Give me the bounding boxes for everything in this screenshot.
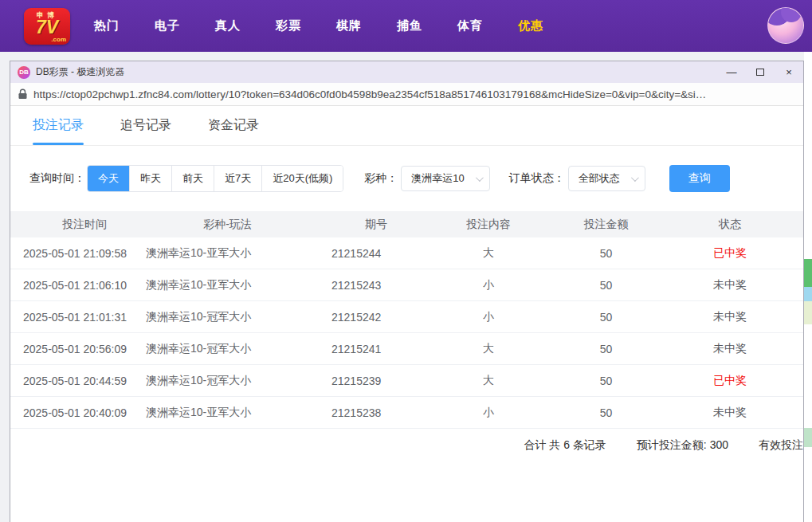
- bet-amount: 50: [556, 279, 656, 292]
- bet-content: 大: [421, 342, 556, 356]
- time-option-today[interactable]: 今天: [88, 166, 129, 191]
- summary-total-records: 合计 共 6 条记录: [524, 438, 606, 453]
- nav-item-sports[interactable]: 体育: [457, 18, 483, 33]
- bet-amount: 50: [556, 343, 656, 355]
- nav-item-chess[interactable]: 棋牌: [336, 18, 362, 33]
- window-titlebar: DB DB彩票 - 极速浏览器 — ×: [10, 61, 803, 83]
- nav-item-electronic[interactable]: 电子: [155, 18, 180, 33]
- issue-number: 21215239: [309, 375, 421, 387]
- header-game-play: 彩种-玩法: [146, 218, 309, 232]
- lock-icon: [18, 88, 27, 100]
- tab-chase-records[interactable]: 追号记录: [120, 106, 171, 145]
- game-play: 澳洲幸运10-冠军大小: [146, 310, 309, 324]
- tab-bet-records[interactable]: 投注记录: [33, 106, 84, 145]
- bet-time: 2025-05-01 20:56:09: [10, 343, 146, 355]
- summary-bar: 合计 共 6 条记录 预计投注金额: 300 有效投注金: [10, 429, 803, 462]
- bet-time: 2025-05-01 20:44:59: [10, 375, 146, 387]
- table-row: 2025-05-01 21:06:10 澳洲幸运10-亚军大小 21215243…: [10, 269, 803, 301]
- bet-amount: 50: [556, 247, 656, 260]
- maximize-icon: [756, 69, 764, 76]
- nav-item-fishing[interactable]: 捕鱼: [397, 18, 422, 33]
- game-play: 澳洲幸运10-亚军大小: [146, 406, 309, 420]
- issue-number: 21215242: [309, 311, 421, 324]
- url-text: https://ctop02pchwp1.zfnc84.com/lottery/…: [33, 88, 706, 100]
- time-option-7days[interactable]: 近7天: [214, 166, 261, 191]
- search-button[interactable]: 查询: [669, 165, 730, 192]
- query-time-label: 查询时间：: [29, 171, 85, 186]
- nav-item-live[interactable]: 真人: [215, 18, 241, 33]
- bet-content: 小: [421, 310, 556, 324]
- time-option-20days[interactable]: 近20天(低频): [261, 166, 343, 191]
- time-range-group: 今天 昨天 前天 近7天 近20天(低频): [87, 165, 343, 192]
- time-option-day-before[interactable]: 前天: [171, 166, 214, 191]
- table-row: 2025-05-01 20:40:09 澳洲幸运10-亚军大小 21215238…: [10, 397, 803, 429]
- issue-number: 21215244: [309, 247, 421, 260]
- browser-window: DB DB彩票 - 极速浏览器 — × https://ctop02pchwp1…: [10, 61, 804, 522]
- game-play: 澳洲幸运10-冠军大小: [146, 342, 309, 356]
- issue-number: 21215238: [309, 406, 421, 419]
- top-nav-bar: 申博 7V .com 热门 电子 真人 彩票 棋牌 捕鱼 体育 优惠: [0, 0, 812, 52]
- header-issue: 期号: [309, 218, 421, 232]
- bet-time: 2025-05-01 20:40:09: [10, 406, 146, 419]
- order-status-select[interactable]: 全部状态: [568, 166, 645, 191]
- table-row: 2025-05-01 21:09:58 澳洲幸运10-亚军大小 21215244…: [10, 237, 803, 269]
- bet-time: 2025-05-01 21:06:10: [10, 279, 146, 292]
- brand-logo-main-text: 7V: [24, 17, 70, 38]
- lottery-type-value: 澳洲幸运10: [411, 171, 464, 186]
- status-badge: 未中奖: [656, 278, 803, 292]
- issue-number: 21215243: [309, 279, 421, 292]
- page-content: 投注记录 追号记录 资金记录 查询时间： 今天 昨天 前天 近7天 近20天(低…: [10, 106, 803, 522]
- minimize-button[interactable]: —: [717, 61, 746, 83]
- game-play: 澳洲幸运10-亚军大小: [146, 246, 309, 261]
- site-favicon-icon: DB: [18, 66, 30, 79]
- close-button[interactable]: ×: [775, 61, 803, 83]
- status-badge: 未中奖: [656, 406, 803, 420]
- bet-amount: 50: [556, 406, 656, 419]
- status-badge: 未中奖: [656, 342, 803, 356]
- summary-valid-amount: 有效投注金: [759, 438, 803, 453]
- bet-amount: 50: [556, 311, 656, 324]
- nav-item-lottery[interactable]: 彩票: [276, 18, 301, 33]
- address-bar[interactable]: https://ctop02pchwp1.zfnc84.com/lottery/…: [10, 83, 803, 106]
- nav-item-hot[interactable]: 热门: [94, 18, 120, 33]
- window-title: DB彩票 - 极速浏览器: [36, 65, 717, 79]
- nav-item-promo[interactable]: 优惠: [518, 18, 543, 33]
- header-bet-content: 投注内容: [421, 218, 556, 232]
- chevron-down-icon: [631, 174, 639, 182]
- status-badge: 已中奖: [656, 374, 803, 388]
- status-badge: 已中奖: [656, 246, 803, 261]
- main-nav: 热门 电子 真人 彩票 棋牌 捕鱼 体育 优惠: [94, 18, 543, 33]
- header-bet-amount: 投注金额: [556, 218, 656, 232]
- issue-number: 21215241: [309, 343, 421, 355]
- bet-content: 小: [421, 406, 556, 420]
- bet-content: 小: [421, 278, 556, 292]
- lottery-type-label: 彩种：: [364, 171, 398, 186]
- bet-content: 大: [421, 374, 556, 388]
- bet-content: 大: [421, 246, 556, 261]
- table-row: 2025-05-01 20:44:59 澳洲幸运10-冠军大小 21215239…: [10, 365, 803, 397]
- tab-fund-records[interactable]: 资金记录: [208, 106, 259, 145]
- bet-amount: 50: [556, 375, 656, 387]
- summary-expected-amount: 预计投注金额: 300: [637, 438, 728, 453]
- window-controls: — ×: [717, 61, 803, 83]
- user-avatar[interactable]: [767, 7, 804, 44]
- lottery-type-select[interactable]: 澳洲幸运10: [401, 166, 489, 191]
- status-badge: 未中奖: [656, 310, 803, 324]
- bet-time: 2025-05-01 21:09:58: [10, 247, 146, 260]
- table-row: 2025-05-01 21:01:31 澳洲幸运10-冠军大小 21215242…: [10, 301, 803, 333]
- game-play: 澳洲幸运10-亚军大小: [146, 278, 309, 292]
- maximize-button[interactable]: [746, 61, 775, 83]
- brand-logo[interactable]: 申博 7V .com: [24, 8, 70, 45]
- table-header-row: 投注时间 彩种-玩法 期号 投注内容 投注金额 状态: [10, 211, 803, 237]
- header-status: 状态: [656, 218, 803, 232]
- game-play: 澳洲幸运10-冠军大小: [146, 374, 309, 388]
- chevron-down-icon: [476, 174, 484, 182]
- background-page-edge: [804, 52, 812, 522]
- bet-records-table: 投注时间 彩种-玩法 期号 投注内容 投注金额 状态 2025-05-01 21…: [10, 211, 803, 429]
- filter-bar: 查询时间： 今天 昨天 前天 近7天 近20天(低频) 彩种： 澳洲幸运10 订…: [29, 165, 803, 192]
- time-option-yesterday[interactable]: 昨天: [129, 166, 171, 191]
- table-row: 2025-05-01 20:56:09 澳洲幸运10-冠军大小 21215241…: [10, 333, 803, 365]
- order-status-value: 全部状态: [579, 171, 620, 186]
- record-tabs: 投注记录 追号记录 资金记录: [10, 106, 803, 146]
- order-status-label: 订单状态：: [509, 171, 565, 186]
